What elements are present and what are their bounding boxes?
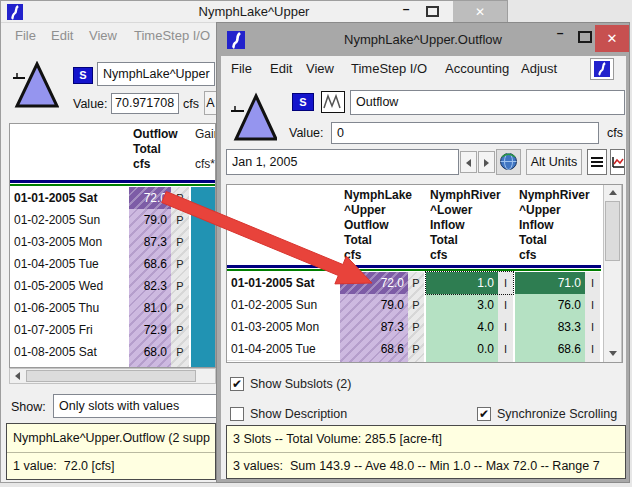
- scroll-left-icon[interactable]: [15, 372, 20, 380]
- row-value[interactable]: 79.0: [129, 209, 171, 231]
- cell-flag[interactable]: P: [408, 316, 424, 338]
- cell-flag[interactable]: P: [408, 294, 424, 316]
- value-input[interactable]: 0: [331, 122, 599, 144]
- selected-cell-outline[interactable]: [425, 271, 514, 295]
- minimize-button[interactable]: –: [394, 2, 418, 16]
- horizontal-scrollbar[interactable]: [9, 368, 216, 384]
- scroll-up-icon[interactable]: [609, 190, 617, 195]
- cell-value[interactable]: 71.0: [515, 272, 585, 294]
- row-date[interactable]: 01-05-2005 Wed: [10, 275, 129, 298]
- row-flag[interactable]: P: [171, 319, 189, 341]
- row-flag[interactable]: P: [171, 341, 189, 363]
- row-date[interactable]: 01-04-2005 Tue: [10, 253, 129, 276]
- row-date[interactable]: 01-03-2005 Mon: [10, 231, 129, 254]
- menu-file[interactable]: File: [15, 23, 36, 49]
- menu-timestep-io[interactable]: TimeStep I/O: [134, 23, 210, 49]
- row-value[interactable]: 68.6: [129, 253, 171, 275]
- close-button[interactable]: ✕: [595, 25, 629, 52]
- row-date[interactable]: 01-01-2005 Sat: [10, 187, 129, 210]
- row-date[interactable]: 01-08-2005 Sat: [10, 341, 129, 364]
- row-flag[interactable]: P: [171, 209, 189, 231]
- row-date[interactable]: 01-07-2005 Fri: [10, 319, 129, 342]
- scroll-down-icon[interactable]: [609, 351, 617, 356]
- cell-flag[interactable]: P: [408, 272, 424, 294]
- row-flag[interactable]: P: [171, 231, 189, 253]
- menu-view[interactable]: View: [306, 56, 334, 82]
- column-header-3[interactable]: NymphRiver ^Upper Inflow Total cfs: [515, 185, 600, 264]
- menu-timestep-io[interactable]: TimeStep I/O: [351, 56, 427, 82]
- plot-button[interactable]: [610, 149, 625, 175]
- cell-flag[interactable]: P: [408, 338, 424, 360]
- alt-units-button[interactable]: Alt Units: [526, 149, 582, 175]
- cell-value[interactable]: 3.0: [426, 294, 498, 316]
- menu-accounting[interactable]: Accounting: [445, 56, 509, 82]
- sync-scrolling-label: Synchronize Scrolling: [497, 406, 617, 422]
- row-value[interactable]: 82.3: [129, 275, 171, 297]
- row-flag[interactable]: P: [171, 275, 189, 297]
- cell-value[interactable]: 83.3: [515, 316, 585, 338]
- object-name-field[interactable]: NymphLake^Upper: [97, 62, 215, 86]
- cell-flag[interactable]: I: [498, 316, 513, 338]
- date-field[interactable]: Jan 1, 2005: [226, 149, 459, 175]
- row-date[interactable]: 01-06-2005 Thu: [10, 297, 129, 320]
- cell-value[interactable]: 87.3: [340, 316, 408, 338]
- cell-value[interactable]: 4.0: [426, 316, 498, 338]
- show-filter-dropdown[interactable]: Only slots with values: [53, 394, 217, 418]
- menu-view[interactable]: View: [89, 23, 117, 49]
- list-view-button[interactable]: [587, 149, 607, 175]
- cell-value[interactable]: 79.0: [340, 294, 408, 316]
- menu-edit[interactable]: Edit: [270, 56, 292, 82]
- column-header-gain[interactable]: Gain cfs*: [191, 124, 216, 179]
- row-date[interactable]: 01-02-2005 Sun: [227, 294, 340, 317]
- next-timestep-button[interactable]: [478, 151, 495, 173]
- menu-adjust[interactable]: Adjust: [521, 56, 557, 82]
- column-header-2[interactable]: NymphRiver ^Lower Inflow Total cfs: [426, 185, 513, 264]
- cell-flag[interactable]: I: [498, 338, 513, 360]
- row-date[interactable]: 01-02-2005 Sun: [10, 209, 129, 232]
- column-header-outflow[interactable]: Outflow Total cfs: [129, 124, 179, 179]
- cell-value[interactable]: 72.0: [340, 272, 408, 294]
- show-description-checkbox[interactable]: [230, 407, 244, 421]
- row-value[interactable]: 81.0: [129, 297, 171, 319]
- row-date[interactable]: 01-03-2005 Mon: [227, 316, 340, 339]
- vertical-scrollbar[interactable]: [603, 185, 622, 362]
- open-object-button[interactable]: [590, 58, 614, 80]
- sync-scrolling-checkbox[interactable]: ✔: [477, 407, 491, 421]
- row-date[interactable]: 01-01-2005 Sat: [227, 272, 340, 295]
- column-header-1[interactable]: NymphLake ^Upper Outflow Total cfs: [340, 185, 424, 264]
- row-value[interactable]: 72.0: [129, 187, 171, 209]
- row-value[interactable]: 87.3: [129, 231, 171, 253]
- cell-value[interactable]: 76.0: [515, 294, 585, 316]
- status-box: 3 Slots -- Total Volume: 285.5 [acre-ft]…: [226, 425, 626, 479]
- maximize-button[interactable]: [578, 31, 592, 43]
- cell-flag[interactable]: I: [585, 316, 600, 338]
- prev-timestep-button[interactable]: [460, 151, 477, 173]
- cell-flag[interactable]: I: [585, 338, 600, 360]
- row-value[interactable]: 68.0: [129, 341, 171, 363]
- row-flag[interactable]: P: [171, 297, 189, 319]
- show-subslots-checkbox[interactable]: ✔: [230, 377, 244, 391]
- row-date[interactable]: 01-04-2005 Tue: [227, 338, 340, 361]
- cell-value[interactable]: 0.0: [426, 338, 498, 360]
- status-value-info: 1 value: 72.0 [cfs]: [7, 453, 215, 479]
- slot-name-field[interactable]: Outflow: [350, 90, 625, 115]
- cell-flag[interactable]: I: [585, 272, 600, 294]
- goto-date-button[interactable]: [496, 149, 521, 175]
- cell-value[interactable]: 68.6: [340, 338, 408, 360]
- cell-flag[interactable]: I: [498, 294, 513, 316]
- row-flag[interactable]: P: [171, 187, 189, 209]
- menu-file[interactable]: File: [231, 56, 252, 82]
- row-flag[interactable]: P: [171, 253, 189, 275]
- row-value[interactable]: 72.9: [129, 319, 171, 341]
- close-button[interactable]: ✕: [453, 1, 507, 23]
- menu-edit[interactable]: Edit: [51, 23, 73, 49]
- cell-value[interactable]: 68.6: [515, 338, 585, 360]
- scrollbar-thumb[interactable]: [26, 370, 196, 382]
- maximize-button[interactable]: [426, 6, 439, 17]
- scrollbar-thumb[interactable]: [605, 201, 620, 261]
- minimize-button[interactable]: –: [548, 26, 572, 40]
- value-input[interactable]: 70.971708: [111, 93, 179, 114]
- series-badge: S: [292, 93, 314, 111]
- cell-flag[interactable]: I: [585, 294, 600, 316]
- title-bar[interactable]: NymphLake^Upper – ✕: [1, 1, 507, 23]
